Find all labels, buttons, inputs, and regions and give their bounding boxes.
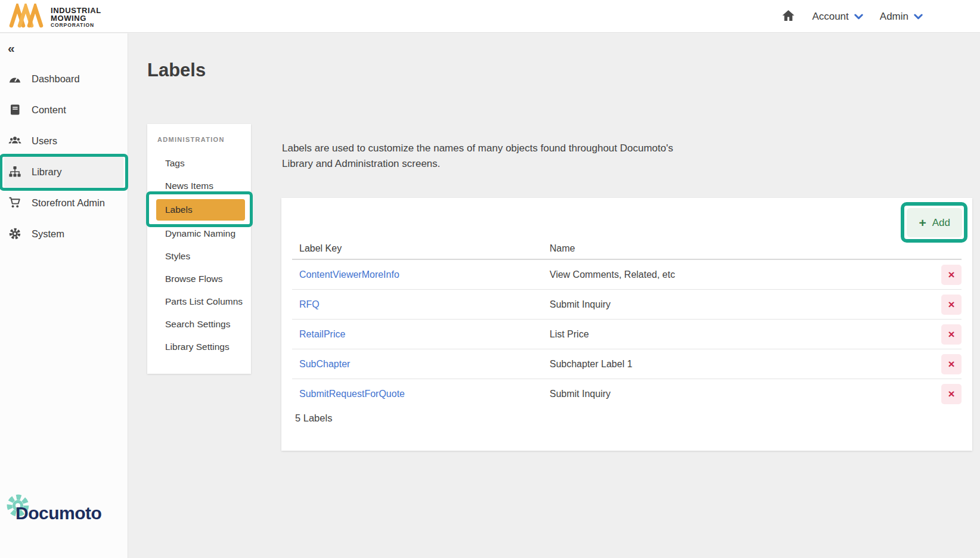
gauge-icon	[8, 72, 21, 85]
table-row: SubChapter Subchapter Label 1 ×	[292, 349, 962, 379]
home-icon	[781, 9, 795, 24]
label-key-link[interactable]: SubmitRequestForQuote	[299, 389, 405, 399]
sidebar: « Dashboard Content Users Library	[0, 33, 128, 558]
label-name: List Price	[550, 329, 934, 340]
sidebar-item-label: Library	[32, 166, 61, 178]
subnav-item-parts-list-columns[interactable]: Parts List Columns	[147, 290, 251, 313]
company-name-line2: MOWING	[51, 14, 101, 22]
account-menu[interactable]: Account	[812, 11, 863, 23]
sidebar-item-users[interactable]: Users	[0, 125, 128, 156]
sidebar-item-label: Storefront Admin	[32, 197, 105, 209]
subnav-item-styles[interactable]: Styles	[147, 245, 251, 268]
subnav-item-search-settings[interactable]: Search Settings	[147, 313, 251, 336]
sidebar-item-label: Content	[32, 104, 66, 116]
sidebar-item-content[interactable]: Content	[0, 94, 128, 125]
documoto-logo: Documoto	[5, 500, 124, 531]
subnav-card: ADMINISTRATION Tags News Items Labels Dy…	[147, 124, 251, 374]
label-name: Submit Inquiry	[550, 299, 934, 310]
delete-button[interactable]: ×	[941, 354, 962, 374]
company-logo-text: INDUSTRIAL MOWING CORPORATION	[51, 7, 101, 28]
gear-icon	[8, 227, 21, 240]
table-header-row: Label Key Name	[292, 238, 962, 260]
label-key-link[interactable]: RFQ	[299, 299, 320, 309]
plus-icon: +	[919, 216, 926, 229]
add-button[interactable]: + Add	[907, 208, 962, 237]
delete-button[interactable]: ×	[941, 265, 962, 285]
labels-count: 5 Labels	[295, 413, 332, 424]
chevron-down-icon	[914, 11, 923, 23]
account-menu-label: Account	[812, 11, 848, 23]
users-icon	[8, 134, 21, 147]
page-description: Labels are used to customize the names o…	[282, 141, 673, 172]
column-header-name: Name	[550, 243, 934, 254]
subnav-item-browse-flows[interactable]: Browse Flows	[147, 268, 251, 290]
sidebar-item-label: System	[32, 228, 64, 240]
admin-menu-label: Admin	[880, 11, 908, 23]
sidebar-item-library[interactable]: Library	[4, 156, 123, 187]
add-button-label: Add	[932, 217, 950, 229]
subnav-item-library-settings[interactable]: Library Settings	[147, 336, 251, 358]
subnav-section-label: ADMINISTRATION	[147, 136, 251, 143]
chevron-down-icon	[854, 11, 863, 23]
page-title: Labels	[147, 60, 206, 81]
company-logo-mark-icon	[8, 4, 45, 31]
table-row: ContentViewerMoreInfo View Comments, Rel…	[292, 260, 962, 290]
sidebar-item-label: Users	[32, 135, 57, 147]
admin-menu[interactable]: Admin	[880, 11, 923, 23]
book-icon	[8, 103, 21, 116]
table-row: RetailPrice List Price ×	[292, 320, 962, 349]
label-key-link[interactable]: RetailPrice	[299, 329, 345, 339]
company-logo: INDUSTRIAL MOWING CORPORATION	[8, 4, 101, 31]
sidebar-collapse-button[interactable]: «	[8, 41, 15, 56]
company-name-line3: CORPORATION	[51, 22, 101, 28]
main-content: Labels ADMINISTRATION Tags News Items La…	[129, 33, 980, 558]
column-header-label-key: Label Key	[292, 243, 550, 254]
subnav-item-news-items[interactable]: News Items	[147, 175, 251, 197]
page-description-line2: Library and Administration screens.	[282, 156, 673, 172]
cart-icon	[8, 196, 21, 209]
labels-table: Label Key Name ContentViewerMoreInfo Vie…	[292, 238, 962, 409]
subnav-selected-pill: Labels	[156, 199, 245, 221]
page-description-line1: Labels are used to customize the names o…	[282, 141, 673, 156]
sidebar-item-storefront-admin[interactable]: Storefront Admin	[0, 187, 128, 218]
sidebar-nav: Dashboard Content Users Library S	[0, 63, 128, 249]
delete-button[interactable]: ×	[941, 384, 962, 404]
table-row: SubmitRequestForQuote Submit Inquiry ×	[292, 379, 962, 409]
label-key-link[interactable]: ContentViewerMoreInfo	[299, 269, 399, 280]
delete-button[interactable]: ×	[941, 294, 962, 315]
documoto-logo-text: Documoto	[15, 503, 101, 523]
subnav-item-dynamic-naming[interactable]: Dynamic Naming	[147, 222, 251, 245]
label-name: View Comments, Related, etc	[550, 269, 934, 280]
sidebar-item-label: Dashboard	[32, 73, 80, 85]
label-name: Submit Inquiry	[550, 389, 934, 399]
label-name: Subchapter Label 1	[550, 359, 934, 370]
top-bar: INDUSTRIAL MOWING CORPORATION Account Ad…	[0, 0, 980, 33]
sidebar-item-system[interactable]: System	[0, 218, 128, 249]
subnav-item-tags[interactable]: Tags	[147, 152, 251, 175]
sidebar-item-dashboard[interactable]: Dashboard	[0, 63, 128, 94]
label-key-link[interactable]: SubChapter	[299, 359, 350, 369]
labels-panel: + Add Label Key Name ContentViewerMoreIn…	[281, 198, 972, 451]
subnav-item-labels[interactable]: Labels	[147, 197, 251, 222]
sitemap-icon	[8, 165, 21, 178]
table-row: RFQ Submit Inquiry ×	[292, 290, 962, 320]
topbar-menu: Account Admin	[781, 0, 923, 33]
home-button[interactable]	[781, 9, 795, 24]
delete-button[interactable]: ×	[941, 324, 962, 345]
